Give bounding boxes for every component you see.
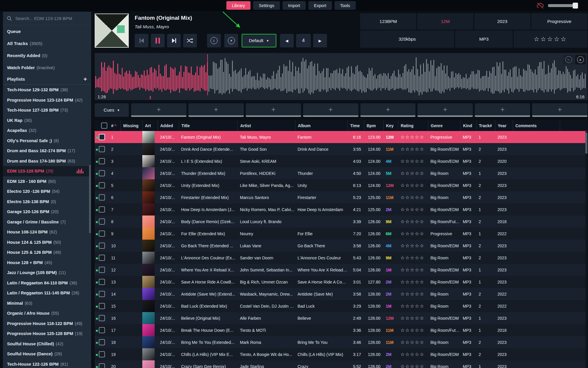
cell-rating[interactable]: ☆☆☆☆☆ bbox=[398, 195, 428, 200]
checkbox-icon[interactable] bbox=[99, 315, 105, 321]
volume-slider[interactable] bbox=[548, 4, 577, 7]
next-track-button[interactable] bbox=[167, 34, 181, 47]
column-header-comments[interactable]: Comments bbox=[513, 120, 560, 131]
cell-rating[interactable]: ☆☆☆☆☆ bbox=[398, 279, 428, 285]
cell-rating[interactable]: ☆☆☆☆☆ bbox=[398, 231, 428, 236]
playlist-item-acapellas[interactable]: Acapellas(32) bbox=[3, 125, 91, 136]
checkbox-icon[interactable] bbox=[99, 351, 105, 357]
cell-rating[interactable]: ☆☆☆☆☆ bbox=[398, 146, 428, 152]
checkbox-icon[interactable] bbox=[99, 170, 105, 176]
cue-slot-6[interactable]: + bbox=[417, 103, 473, 117]
checkbox-icon[interactable] bbox=[99, 158, 105, 164]
table-row[interactable]: 2024/10/...Crazy (Sam Gee Remix)Jade Sta… bbox=[95, 360, 587, 368]
playlist-item-soulful-house-chilled-[interactable]: Soulful House (Chilled)(42) bbox=[3, 339, 91, 349]
cue-slot-1[interactable]: + bbox=[131, 103, 186, 117]
genre-badge[interactable]: Progressive bbox=[531, 13, 587, 30]
table-row[interactable]: 1424/10/...Antidote (Save Me) (Extend...… bbox=[95, 288, 587, 300]
playlist-item-minimal[interactable]: Minimal(63) bbox=[3, 298, 91, 309]
cell-rating[interactable]: ☆☆☆☆☆ bbox=[398, 255, 428, 261]
previous-page-button[interactable]: ◀ bbox=[280, 34, 294, 47]
cell-rating[interactable]: ☆☆☆☆☆ bbox=[398, 219, 428, 224]
table-scrollbar[interactable] bbox=[585, 131, 587, 368]
playlist-item-latin-reggaeton-111-145-bpm[interactable]: Latin / Reggaeton 111-145 BPM(26) bbox=[3, 288, 91, 298]
cell-rating[interactable]: ☆☆☆☆☆ bbox=[398, 170, 428, 176]
cell-rating[interactable]: ☆☆☆☆☆ bbox=[398, 352, 428, 357]
row-checkbox[interactable] bbox=[99, 303, 109, 309]
column-header-missing[interactable]: Missing bbox=[121, 120, 142, 131]
column-header-time[interactable]: Time bbox=[348, 120, 364, 131]
column-header-title[interactable]: Title bbox=[179, 120, 238, 131]
row-checkbox[interactable] bbox=[99, 243, 109, 249]
playlist-item-edm-128-160-bpm[interactable]: EDM 128 - 160 BPM(60) bbox=[3, 176, 91, 187]
sidebar-item-recently-added[interactable]: Recently Added(0) bbox=[3, 49, 91, 62]
row-checkbox[interactable] bbox=[99, 255, 109, 261]
checkbox-icon[interactable] bbox=[101, 122, 107, 129]
checkbox-icon[interactable] bbox=[99, 231, 105, 237]
column-header-[interactable]: #^ bbox=[109, 120, 121, 131]
cell-rating[interactable]: ☆☆☆☆☆ bbox=[398, 267, 428, 273]
cell-rating[interactable]: ☆☆☆☆☆ bbox=[398, 364, 428, 368]
playlist-item-organic-afro-house[interactable]: Organic / Afro House(55) bbox=[3, 308, 91, 319]
checkbox-icon[interactable] bbox=[99, 339, 105, 345]
row-checkbox[interactable] bbox=[99, 158, 109, 164]
checkbox-icon[interactable] bbox=[99, 194, 105, 200]
zoom-in-button[interactable]: + bbox=[575, 55, 586, 64]
cue-slot-5[interactable]: + bbox=[360, 103, 416, 117]
column-header-album[interactable]: Album bbox=[295, 120, 348, 131]
cell-rating[interactable]: ☆☆☆☆☆ bbox=[398, 303, 428, 309]
table-row[interactable]: 1224/10/...Where You Are X Reload X...Jo… bbox=[95, 264, 587, 276]
cancel-button[interactable]: ✕ bbox=[224, 34, 238, 47]
row-checkbox[interactable] bbox=[99, 146, 109, 152]
checkbox-icon[interactable] bbox=[99, 255, 105, 261]
waveform-panel[interactable]: 1:26 6:16 − + bbox=[95, 53, 587, 100]
table-row[interactable]: 1624/10/...Believe (Original Mix)Alle Fa… bbox=[95, 312, 587, 324]
checkbox-icon[interactable] bbox=[99, 291, 105, 297]
table-row[interactable]: 724/10/...How Deep Is Amsterdam (J...Nic… bbox=[95, 203, 587, 216]
waveform[interactable] bbox=[95, 53, 587, 100]
track-info-button[interactable]: i bbox=[207, 34, 221, 47]
checkbox-icon[interactable] bbox=[99, 243, 105, 249]
shuffle-button[interactable] bbox=[183, 34, 197, 47]
column-header-kind[interactable]: Kind bbox=[460, 120, 476, 131]
next-page-button[interactable]: ▶ bbox=[313, 34, 327, 47]
row-checkbox[interactable] bbox=[99, 315, 109, 321]
table-row[interactable]: 1124/10/...L'Annonce Des Couleur (Ex...S… bbox=[95, 252, 587, 264]
search-input[interactable]: Search... EDM 123-128 BPM bbox=[3, 12, 91, 25]
playlist-item-progressive-house-123-124-bpm[interactable]: Progressive House 123-124 BPM(42) bbox=[3, 95, 91, 105]
cell-rating[interactable]: ☆☆☆☆☆ bbox=[398, 327, 428, 333]
tab-export[interactable]: Export bbox=[308, 1, 332, 10]
row-checkbox[interactable] bbox=[99, 327, 109, 333]
playlist-item-garage-120-126-bpm[interactable]: Garage 120-126 BPM(20) bbox=[3, 207, 91, 217]
checkbox-icon[interactable] bbox=[99, 267, 105, 273]
row-checkbox[interactable] bbox=[99, 363, 109, 368]
playlist-item-soulful-house-dance-[interactable]: Soulful House (Dance)(29) bbox=[3, 349, 91, 359]
column-header-track[interactable]: Track# bbox=[476, 120, 495, 131]
cell-rating[interactable]: ☆☆☆☆☆ bbox=[398, 339, 428, 345]
table-row[interactable]: 824/10/...Body (Dance Remix) (Dzek...Lou… bbox=[95, 216, 587, 228]
checkbox-icon[interactable] bbox=[99, 218, 105, 225]
checkbox-icon[interactable] bbox=[99, 146, 105, 152]
cue-slot-7[interactable]: + bbox=[475, 103, 530, 117]
playlist-item-progressive-house-125-128-bpm[interactable]: Progressive House 125-128 BPM(19) bbox=[3, 329, 91, 339]
row-checkbox[interactable] bbox=[99, 351, 109, 357]
checkbox-icon[interactable] bbox=[99, 182, 105, 188]
column-header-art[interactable]: Art bbox=[142, 120, 158, 131]
row-checkbox[interactable] bbox=[99, 170, 109, 176]
row-checkbox[interactable] bbox=[99, 218, 109, 225]
cell-rating[interactable]: ☆☆☆☆☆ bbox=[398, 158, 428, 164]
playlist-item-electro-126-138-bpm[interactable]: Electro 126-138 BPM(0) bbox=[3, 197, 91, 207]
playlist-item-electro-120-126-bpm[interactable]: Electro 120 -126 BPM(54) bbox=[3, 186, 91, 197]
playlist-item-house-124-125-bpm[interactable]: House 124 & 125 BPM(50) bbox=[3, 237, 91, 248]
playlist-item-drum-and-bass-174-180-bpm[interactable]: Drum and Bass 174-180 BPM(63) bbox=[3, 156, 91, 166]
checkbox-icon[interactable] bbox=[99, 134, 105, 140]
playlist-item-latin-reggaeton-84-110-bpm[interactable]: Latin / Reggaeton 84-110 BPM(36) bbox=[3, 278, 91, 288]
cell-rating[interactable]: ☆☆☆☆☆ bbox=[398, 207, 428, 212]
previous-track-button[interactable] bbox=[135, 34, 148, 47]
volume-slider-handle[interactable] bbox=[573, 3, 578, 9]
table-row[interactable]: 1524/10/...Bad Luck (Extended Mix)Costel… bbox=[95, 300, 587, 312]
checkbox-icon[interactable] bbox=[99, 206, 105, 213]
cell-rating[interactable]: ☆☆☆☆☆ bbox=[398, 183, 428, 188]
table-row[interactable]: 1824/10/...Bring Me To You (Extended...M… bbox=[95, 336, 587, 348]
table-row[interactable]: 1024/10/...Go Back There (Extended ...Lu… bbox=[95, 240, 587, 252]
playlist-item-uk-rap[interactable]: UK Rap(30) bbox=[3, 115, 91, 126]
